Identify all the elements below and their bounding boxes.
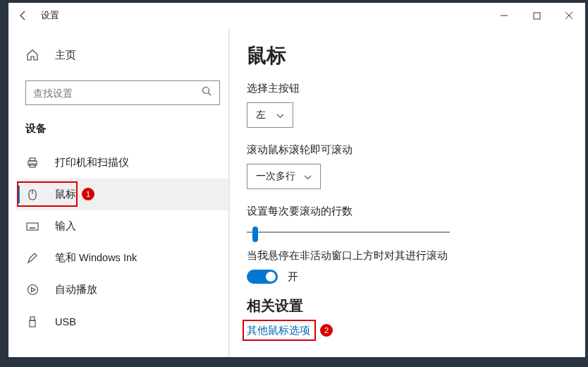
usb-icon [25,315,39,328]
inactive-scroll-toggle[interactable] [247,270,278,284]
minimize-button[interactable] [488,4,520,27]
lines-label: 设置每次要滚动的行数 [247,205,563,218]
sidebar-item-label: 自动播放 [55,283,97,296]
svg-rect-7 [30,158,35,161]
content-pane: 鼠标 选择主按钮 左 滚动鼠标滚轮即可滚动 一次多行 设置每次要滚动的行数 [230,28,585,357]
sidebar-item-pen[interactable]: 笔和 Windows Ink [17,242,230,274]
page-title: 鼠标 [247,42,563,69]
svg-point-17 [27,285,37,295]
sidebar-item-label: 输入 [55,219,76,233]
sidebar-home[interactable]: 主页 [17,40,230,71]
sidebar-category: 设备 [25,122,230,136]
mouse-icon [25,188,39,201]
other-mouse-options-link[interactable]: 其他鼠标选项 [247,324,310,337]
inactive-scroll-row: 开 [247,270,563,284]
sidebar-nav: 打印机和扫描仪 鼠标 1 输入 [17,147,230,337]
inactive-scroll-toggle-text: 开 [288,270,298,284]
slider-track [247,231,450,233]
close-button[interactable] [553,4,585,27]
primary-button-select[interactable]: 左 [247,102,293,128]
sidebar-item-printers[interactable]: 打印机和扫描仪 [17,147,230,179]
back-button[interactable] [8,3,38,28]
svg-rect-11 [27,223,38,230]
titlebar: 设置 [8,3,585,28]
window-body: 主页 设备 打印机和扫描仪 [8,28,585,357]
slider-thumb[interactable] [252,227,258,242]
maximize-button[interactable] [520,4,553,27]
settings-window: 设置 主页 [8,3,585,357]
window-title: 设置 [38,9,59,22]
svg-line-5 [209,93,212,96]
chevron-down-icon [304,171,312,182]
sidebar-item-label: USB [55,316,76,327]
search-input[interactable] [26,81,219,104]
scroll-mode-label: 滚动鼠标滚轮即可滚动 [247,143,563,157]
lines-slider[interactable] [247,225,450,239]
sidebar-home-label: 主页 [55,49,76,62]
sidebar-item-typing[interactable]: 输入 [17,210,230,242]
svg-rect-19 [30,320,35,327]
printer-icon [25,157,39,169]
annotation-number-2: 2 [320,324,333,337]
sidebar-item-label: 笔和 Windows Ink [55,251,137,265]
keyboard-icon [25,222,39,231]
home-icon [25,49,39,61]
sidebar-item-label: 鼠标 [55,188,76,201]
window-controls [488,4,585,27]
sidebar: 主页 设备 打印机和扫描仪 [8,28,230,357]
inactive-scroll-label: 当我悬停在非活动窗口上方时对其进行滚动 [247,249,563,263]
sidebar-item-autoplay[interactable]: 自动播放 [17,274,230,306]
search-icon [202,86,212,100]
svg-point-4 [203,88,209,94]
search-box[interactable] [25,80,220,105]
related-heading: 相关设置 [247,296,563,315]
sidebar-item-usb[interactable]: USB [17,306,230,337]
scroll-mode-select[interactable]: 一次多行 [247,164,321,189]
pen-icon [25,252,39,265]
chevron-down-icon [276,109,284,121]
autoplay-icon [25,284,39,296]
sidebar-item-mouse[interactable]: 鼠标 1 [17,179,230,210]
primary-button-value: 左 [256,109,266,121]
scroll-mode-value: 一次多行 [256,170,295,183]
svg-rect-18 [30,317,35,320]
sidebar-item-label: 打印机和扫描仪 [55,156,129,169]
help-heading: 有疑问? [247,356,563,357]
primary-button-label: 选择主按钮 [247,82,563,95]
annotation-number-1: 1 [82,188,94,200]
svg-rect-1 [534,13,540,19]
